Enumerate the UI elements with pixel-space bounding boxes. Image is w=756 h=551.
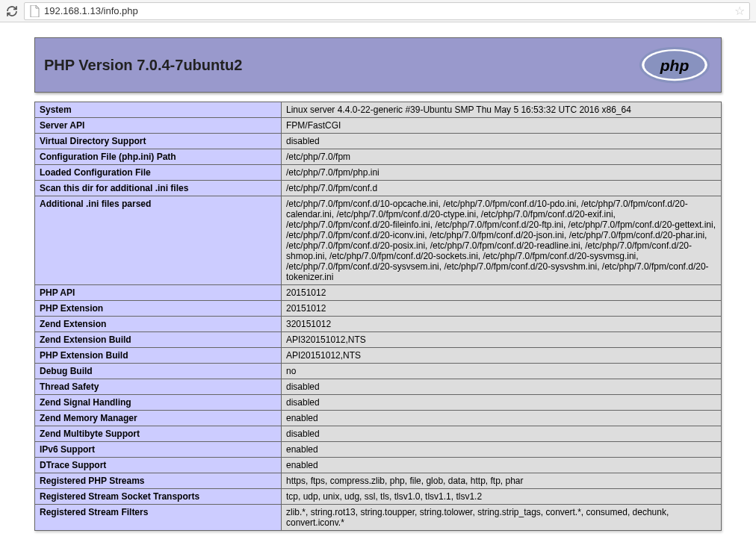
- info-value: no: [282, 364, 722, 379]
- info-value: /etc/php/7.0/fpm/php.ini: [282, 165, 722, 181]
- table-row: Registered PHP Streamshttps, ftps, compr…: [35, 473, 722, 489]
- info-label: Scan this dir for additional .ini files: [35, 181, 282, 196]
- info-label: Virtual Directory Support: [35, 134, 282, 149]
- table-row: Debug Buildno: [35, 364, 722, 379]
- info-label: Registered Stream Socket Transports: [35, 489, 282, 505]
- info-value: 320151012: [282, 317, 722, 332]
- info-value: disabled: [282, 134, 722, 149]
- info-value: 20151012: [282, 285, 722, 301]
- info-label: Zend Extension: [35, 317, 282, 332]
- info-label: IPv6 Support: [35, 442, 282, 458]
- page-content: PHP Version 7.0.4-7ubuntu2 php SystemLin…: [0, 22, 756, 546]
- table-row: DTrace Supportenabled: [35, 458, 722, 473]
- table-row: Scan this dir for additional .ini files/…: [35, 181, 722, 196]
- info-value: /etc/php/7.0/fpm/conf.d/10-opcache.ini, …: [282, 196, 722, 285]
- info-label: PHP Extension Build: [35, 348, 282, 364]
- info-label: Debug Build: [35, 364, 282, 379]
- info-value: https, ftps, compress.zlib, php, file, g…: [282, 473, 722, 489]
- table-row: Zend Memory Managerenabled: [35, 411, 722, 426]
- table-row: Zend Signal Handlingdisabled: [35, 395, 722, 411]
- table-row: PHP Extension20151012: [35, 301, 722, 317]
- svg-text:php: php: [660, 57, 690, 74]
- info-label: Registered PHP Streams: [35, 473, 282, 489]
- info-value: enabled: [282, 442, 722, 458]
- php-header: PHP Version 7.0.4-7ubuntu2 php: [34, 37, 722, 93]
- reload-button[interactable]: [3, 2, 21, 20]
- table-row: Server APIFPM/FastCGI: [35, 118, 722, 134]
- php-version-title: PHP Version 7.0.4-7ubuntu2: [44, 57, 242, 74]
- info-label: PHP API: [35, 285, 282, 301]
- info-value: disabled: [282, 395, 722, 411]
- info-label: Server API: [35, 118, 282, 134]
- table-row: Virtual Directory Supportdisabled: [35, 134, 722, 149]
- reload-icon: [6, 5, 18, 17]
- info-value: API20151012,NTS: [282, 348, 722, 364]
- info-value: enabled: [282, 411, 722, 426]
- table-row: Additional .ini files parsed/etc/php/7.0…: [35, 196, 722, 285]
- info-value: disabled: [282, 379, 722, 395]
- info-label: PHP Extension: [35, 301, 282, 317]
- info-label: Zend Extension Build: [35, 332, 282, 348]
- info-value: API320151012,NTS: [282, 332, 722, 348]
- table-row: PHP API20151012: [35, 285, 722, 301]
- info-label: Zend Memory Manager: [35, 411, 282, 426]
- info-value: Linux server 4.4.0-22-generic #39-Ubuntu…: [282, 102, 722, 118]
- table-row: Registered Stream Socket Transportstcp, …: [35, 489, 722, 505]
- table-row: Zend Multibyte Supportdisabled: [35, 426, 722, 442]
- table-row: Zend Extension320151012: [35, 317, 722, 332]
- info-label: Zend Signal Handling: [35, 395, 282, 411]
- table-row: Loaded Configuration File/etc/php/7.0/fp…: [35, 165, 722, 181]
- page-icon: [29, 5, 40, 17]
- info-value: tcp, udp, unix, udg, ssl, tls, tlsv1.0, …: [282, 489, 722, 505]
- info-label: Thread Safety: [35, 379, 282, 395]
- php-info-table: SystemLinux server 4.4.0-22-generic #39-…: [34, 102, 722, 531]
- bookmark-star-icon[interactable]: ☆: [734, 4, 745, 18]
- info-value: /etc/php/7.0/fpm: [282, 149, 722, 165]
- info-label: Configuration File (php.ini) Path: [35, 149, 282, 165]
- php-logo-icon: php: [637, 46, 712, 84]
- info-value: /etc/php/7.0/fpm/conf.d: [282, 181, 722, 196]
- table-row: Zend Extension BuildAPI320151012,NTS: [35, 332, 722, 348]
- table-row: Configuration File (php.ini) Path/etc/ph…: [35, 149, 722, 165]
- info-label: Registered Stream Filters: [35, 505, 282, 531]
- browser-toolbar: 192.168.1.13/info.php ☆: [0, 0, 756, 22]
- info-value: disabled: [282, 426, 722, 442]
- info-label: Zend Multibyte Support: [35, 426, 282, 442]
- info-label: System: [35, 102, 282, 118]
- address-bar[interactable]: 192.168.1.13/info.php ☆: [24, 2, 750, 20]
- table-row: Registered Stream Filterszlib.*, string.…: [35, 505, 722, 531]
- info-label: Additional .ini files parsed: [35, 196, 282, 285]
- info-label: Loaded Configuration File: [35, 165, 282, 181]
- table-row: IPv6 Supportenabled: [35, 442, 722, 458]
- table-row: PHP Extension BuildAPI20151012,NTS: [35, 348, 722, 364]
- url-text: 192.168.1.13/info.php: [44, 5, 734, 16]
- info-value: zlib.*, string.rot13, string.toupper, st…: [282, 505, 722, 531]
- info-value: 20151012: [282, 301, 722, 317]
- info-value: enabled: [282, 458, 722, 473]
- info-value: FPM/FastCGI: [282, 118, 722, 134]
- info-label: DTrace Support: [35, 458, 282, 473]
- table-row: Thread Safetydisabled: [35, 379, 722, 395]
- table-row: SystemLinux server 4.4.0-22-generic #39-…: [35, 102, 722, 118]
